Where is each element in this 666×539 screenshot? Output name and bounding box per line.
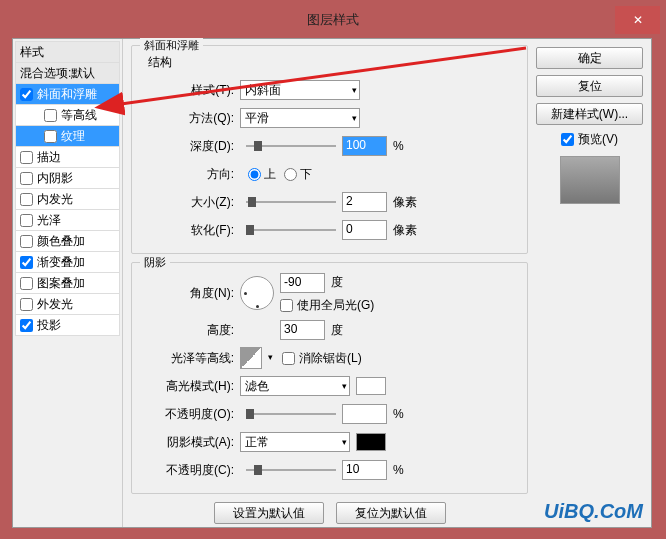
altitude-label: 高度: bbox=[140, 322, 240, 339]
chevron-down-icon: ▾ bbox=[342, 381, 347, 391]
size-input[interactable]: 2 bbox=[342, 192, 387, 212]
soften-unit: 像素 bbox=[393, 222, 417, 239]
gloss-contour-picker[interactable]: ▾ bbox=[240, 347, 262, 369]
shadow-opacity-input[interactable]: 10 bbox=[342, 460, 387, 480]
contour-checkbox[interactable] bbox=[44, 109, 57, 122]
structure-sublegend: 结构 bbox=[140, 54, 519, 71]
preview-swatch bbox=[560, 156, 620, 204]
preview-checkbox[interactable] bbox=[561, 133, 574, 146]
angle-unit: 度 bbox=[331, 274, 343, 291]
title-bar: 图层样式 ✕ bbox=[6, 6, 660, 34]
chevron-down-icon: ▾ bbox=[352, 113, 357, 123]
size-label: 大小(Z): bbox=[140, 194, 240, 211]
preview-label: 预览(V) bbox=[578, 131, 618, 148]
sidebar-item-satin[interactable]: 光泽 bbox=[15, 209, 120, 231]
globallight-label: 使用全局光(G) bbox=[297, 297, 374, 314]
shadow-color-swatch[interactable] bbox=[356, 433, 386, 451]
direction-down-radio[interactable] bbox=[284, 168, 297, 181]
technique-label: 方法(Q): bbox=[140, 110, 240, 127]
chevron-down-icon: ▾ bbox=[352, 85, 357, 95]
innerglow-checkbox[interactable] bbox=[20, 193, 33, 206]
soften-input[interactable]: 0 bbox=[342, 220, 387, 240]
highlight-opacity-slider[interactable] bbox=[246, 407, 336, 421]
sidebar-blend-options[interactable]: 混合选项:默认 bbox=[15, 62, 120, 84]
structure-legend: 斜面和浮雕 bbox=[140, 38, 203, 53]
close-button[interactable]: ✕ bbox=[615, 6, 660, 34]
sidebar-item-innershadow[interactable]: 内阴影 bbox=[15, 167, 120, 189]
gloss-label: 光泽等高线: bbox=[140, 350, 240, 367]
sidebar-item-patternoverlay[interactable]: 图案叠加 bbox=[15, 272, 120, 294]
style-select[interactable]: 内斜面 ▾ bbox=[240, 80, 360, 100]
sidebar-item-coloroverlay[interactable]: 颜色叠加 bbox=[15, 230, 120, 252]
depth-label: 深度(D): bbox=[140, 138, 240, 155]
sidebar-item-texture[interactable]: 纹理 bbox=[15, 125, 120, 147]
sidebar-item-bevel[interactable]: 斜面和浮雕 bbox=[15, 83, 120, 105]
highlight-opacity-label: 不透明度(O): bbox=[140, 406, 240, 423]
reset-default-button[interactable]: 复位为默认值 bbox=[336, 502, 446, 524]
dialog-title: 图层样式 bbox=[6, 11, 660, 29]
shadow-mode-select[interactable]: 正常 ▾ bbox=[240, 432, 350, 452]
highlight-mode-label: 高光模式(H): bbox=[140, 378, 240, 395]
globallight-checkbox[interactable] bbox=[280, 299, 293, 312]
highlight-mode-select[interactable]: 滤色 ▾ bbox=[240, 376, 350, 396]
depth-input[interactable]: 100 bbox=[342, 136, 387, 156]
stroke-checkbox[interactable] bbox=[20, 151, 33, 164]
texture-checkbox[interactable] bbox=[44, 130, 57, 143]
shading-legend: 阴影 bbox=[140, 255, 170, 270]
coloroverlay-checkbox[interactable] bbox=[20, 235, 33, 248]
antialias-label: 消除锯齿(L) bbox=[299, 350, 362, 367]
satin-checkbox[interactable] bbox=[20, 214, 33, 227]
outerglow-checkbox[interactable] bbox=[20, 298, 33, 311]
new-style-button[interactable]: 新建样式(W)... bbox=[536, 103, 643, 125]
styles-sidebar: 样式 混合选项:默认 斜面和浮雕 等高线 纹理 描边 内阴影 bbox=[13, 39, 123, 527]
sidebar-item-gradientoverlay[interactable]: 渐变叠加 bbox=[15, 251, 120, 273]
direction-label: 方向: bbox=[140, 166, 240, 183]
depth-unit: % bbox=[393, 139, 404, 153]
shadow-mode-label: 阴影模式(A): bbox=[140, 434, 240, 451]
sidebar-item-outerglow[interactable]: 外发光 bbox=[15, 293, 120, 315]
angle-input[interactable]: -90 bbox=[280, 273, 325, 293]
chevron-down-icon: ▾ bbox=[342, 437, 347, 447]
soften-slider[interactable] bbox=[246, 223, 336, 237]
make-default-button[interactable]: 设置为默认值 bbox=[214, 502, 324, 524]
sidebar-item-contour[interactable]: 等高线 bbox=[15, 104, 120, 126]
altitude-unit: 度 bbox=[331, 322, 343, 339]
style-label: 样式(T): bbox=[140, 82, 240, 99]
highlight-color-swatch[interactable] bbox=[356, 377, 386, 395]
depth-slider[interactable] bbox=[246, 139, 336, 153]
sidebar-header[interactable]: 样式 bbox=[15, 41, 120, 63]
shadow-opacity-unit: % bbox=[393, 463, 404, 477]
gradientoverlay-checkbox[interactable] bbox=[20, 256, 33, 269]
angle-label: 角度(N): bbox=[140, 285, 240, 302]
chevron-down-icon: ▾ bbox=[268, 352, 273, 362]
patternoverlay-checkbox[interactable] bbox=[20, 277, 33, 290]
structure-group: 斜面和浮雕 结构 样式(T): 内斜面 ▾ 方法(Q): 平滑 ▾ bbox=[131, 45, 528, 254]
shadow-opacity-label: 不透明度(C): bbox=[140, 462, 240, 479]
size-unit: 像素 bbox=[393, 194, 417, 211]
technique-select[interactable]: 平滑 ▾ bbox=[240, 108, 360, 128]
soften-label: 软化(F): bbox=[140, 222, 240, 239]
cancel-button[interactable]: 复位 bbox=[536, 75, 643, 97]
shadow-opacity-slider[interactable] bbox=[246, 463, 336, 477]
altitude-input[interactable]: 30 bbox=[280, 320, 325, 340]
highlight-opacity-input[interactable] bbox=[342, 404, 387, 424]
dropshadow-checkbox[interactable] bbox=[20, 319, 33, 332]
antialias-checkbox[interactable] bbox=[282, 352, 295, 365]
sidebar-item-stroke[interactable]: 描边 bbox=[15, 146, 120, 168]
right-column: 确定 复位 新建样式(W)... 预览(V) bbox=[536, 39, 651, 527]
size-slider[interactable] bbox=[246, 195, 336, 209]
bevel-checkbox[interactable] bbox=[20, 88, 33, 101]
ok-button[interactable]: 确定 bbox=[536, 47, 643, 69]
highlight-opacity-unit: % bbox=[393, 407, 404, 421]
close-icon: ✕ bbox=[633, 13, 643, 27]
direction-up-radio[interactable] bbox=[248, 168, 261, 181]
sidebar-item-dropshadow[interactable]: 投影 bbox=[15, 314, 120, 336]
angle-dial[interactable] bbox=[240, 276, 274, 310]
sidebar-item-innerglow[interactable]: 内发光 bbox=[15, 188, 120, 210]
shading-group: 阴影 角度(N): -90 度 使用全局光(G) bbox=[131, 262, 528, 494]
main-panel: 斜面和浮雕 结构 样式(T): 内斜面 ▾ 方法(Q): 平滑 ▾ bbox=[123, 39, 536, 527]
innershadow-checkbox[interactable] bbox=[20, 172, 33, 185]
